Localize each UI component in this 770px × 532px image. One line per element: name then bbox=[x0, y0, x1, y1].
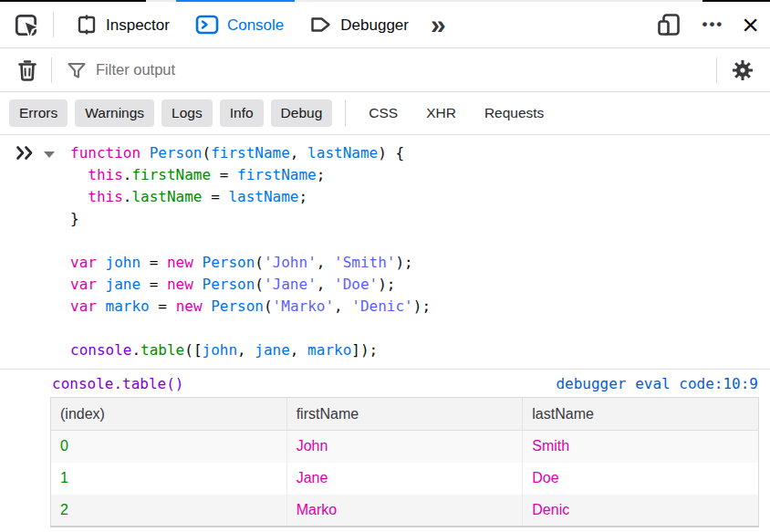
table-cell-index: 1 bbox=[51, 463, 287, 495]
tab-debugger-label: Debugger bbox=[340, 17, 409, 33]
table-column-header[interactable]: lastName bbox=[523, 398, 759, 431]
filterbar-separator bbox=[51, 57, 52, 83]
code-line bbox=[70, 230, 770, 252]
collapse-arrow-icon[interactable] bbox=[44, 151, 55, 158]
table-cell-index: 0 bbox=[51, 431, 287, 463]
node-picker-icon bbox=[13, 11, 40, 38]
console-table-call-label: console.table() bbox=[52, 375, 184, 392]
console-table-message-row: console.table() debugger eval code:10:9 bbox=[0, 370, 770, 397]
console-input-echo: function Person(firstName, lastName) { t… bbox=[0, 135, 770, 370]
table-cell-value: Doe bbox=[523, 463, 759, 495]
command-prompt-icon bbox=[16, 145, 36, 161]
top-edge-strip bbox=[0, 0, 770, 2]
filter-toggle-css[interactable]: CSS bbox=[359, 99, 408, 127]
more-tabs-button[interactable]: » bbox=[421, 11, 455, 38]
tab-console[interactable]: Console bbox=[182, 8, 297, 41]
debugger-icon bbox=[309, 14, 332, 36]
code-line: function Person(firstName, lastName) { bbox=[70, 142, 770, 164]
close-devtools-button[interactable]: × bbox=[738, 6, 763, 43]
table-column-header[interactable]: (index) bbox=[51, 398, 287, 431]
inspector-icon bbox=[76, 14, 98, 36]
table-cell-value: John bbox=[286, 431, 523, 463]
filter-toggle-info[interactable]: Info bbox=[220, 99, 264, 127]
tab-debugger[interactable]: Debugger bbox=[297, 8, 421, 41]
code-line bbox=[70, 318, 770, 339]
console-filterbar bbox=[0, 48, 770, 92]
code-line: var john = new Person('John', 'Smith'); bbox=[70, 252, 770, 274]
filterbar-right-separator bbox=[716, 57, 717, 83]
filter-toggle-warnings[interactable]: Warnings bbox=[75, 99, 154, 127]
clear-console-button[interactable] bbox=[13, 55, 42, 86]
console-output-area: function Person(firstName, lastName) { t… bbox=[0, 135, 770, 527]
code-line: console.table([john, jane, marko]); bbox=[70, 339, 770, 361]
page-edge-left bbox=[0, 0, 146, 2]
console-table: (index)firstNamelastName 0JohnSmith1Jane… bbox=[50, 397, 759, 527]
filter-output-input[interactable] bbox=[96, 61, 707, 78]
filter-toggle-logs[interactable]: Logs bbox=[161, 99, 213, 127]
table-cell-value: Denic bbox=[523, 495, 759, 527]
code-line: this.lastName = lastName; bbox=[70, 186, 770, 208]
console-level-togglebar: Errors Warnings Logs Info Debug CSS XHR … bbox=[0, 92, 770, 135]
responsive-design-mode-button[interactable] bbox=[652, 8, 685, 41]
table-cell-value: Smith bbox=[523, 431, 759, 463]
togglebar-separator bbox=[345, 100, 346, 126]
table-row: 2MarkoDenic bbox=[51, 495, 759, 527]
code-line: this.firstName = firstName; bbox=[70, 164, 770, 186]
gear-icon bbox=[730, 57, 755, 83]
devtools-tabbar: Inspector Console Debugger » bbox=[0, 2, 770, 48]
code-line: var jane = new Person('Jane', 'Doe'); bbox=[70, 274, 770, 296]
console-input-code: function Person(firstName, lastName) { t… bbox=[70, 142, 770, 361]
tabbar-separator bbox=[53, 12, 54, 37]
table-cell-value: Jane bbox=[286, 463, 523, 495]
source-location-link[interactable]: debugger eval code:10:9 bbox=[556, 375, 758, 392]
active-tab-indicator bbox=[176, 0, 295, 2]
pick-element-button[interactable] bbox=[9, 7, 44, 42]
filter-toggle-requests[interactable]: Requests bbox=[474, 99, 554, 127]
console-settings-button[interactable] bbox=[726, 54, 759, 87]
meatball-menu-icon: ••• bbox=[702, 16, 723, 34]
chevron-double-right-icon: » bbox=[431, 9, 446, 39]
filter-toggle-debug[interactable]: Debug bbox=[271, 99, 333, 127]
tab-inspector-label: Inspector bbox=[106, 17, 170, 33]
filter-toggle-xhr[interactable]: XHR bbox=[416, 99, 466, 127]
table-row: 0JohnSmith bbox=[51, 431, 759, 463]
console-icon bbox=[195, 14, 219, 36]
close-icon: × bbox=[742, 10, 759, 39]
page-edge-right bbox=[702, 0, 770, 2]
table-row: 1JaneDoe bbox=[51, 463, 759, 495]
table-column-header[interactable]: firstName bbox=[286, 398, 523, 431]
code-line: var marko = new Person('Marko', 'Denic')… bbox=[70, 296, 770, 318]
responsive-design-icon bbox=[656, 12, 682, 37]
tab-inspector[interactable]: Inspector bbox=[63, 8, 182, 41]
console-table-header-row: (index)firstNamelastName bbox=[51, 398, 759, 431]
funnel-icon bbox=[67, 60, 87, 80]
trash-icon bbox=[16, 58, 38, 82]
tab-console-label: Console bbox=[227, 17, 284, 33]
table-cell-index: 2 bbox=[51, 495, 287, 527]
meatball-menu-button[interactable]: ••• bbox=[698, 12, 727, 37]
code-line: } bbox=[70, 208, 770, 230]
console-table-output: (index)firstNamelastName 0JohnSmith1Jane… bbox=[50, 397, 759, 527]
filter-toggle-errors[interactable]: Errors bbox=[9, 99, 68, 127]
table-cell-value: Marko bbox=[286, 495, 523, 527]
